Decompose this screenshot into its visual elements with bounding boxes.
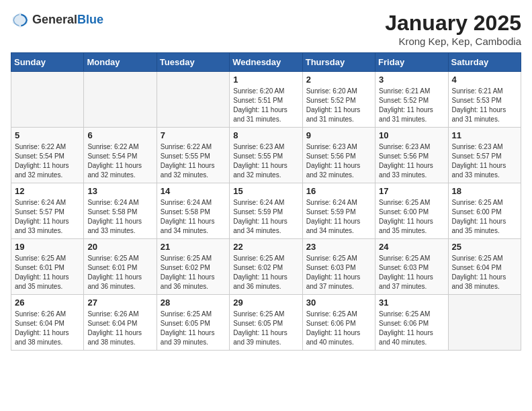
calendar-cell: 22Sunrise: 6:25 AM Sunset: 6:02 PM Dayli… <box>230 239 302 295</box>
calendar-week-row: 12Sunrise: 6:24 AM Sunset: 5:57 PM Dayli… <box>11 183 521 239</box>
day-number: 19 <box>15 242 80 252</box>
day-info: Sunrise: 6:25 AM Sunset: 6:00 PM Dayligh… <box>452 198 517 236</box>
day-number: 31 <box>379 298 444 308</box>
day-number: 3 <box>379 75 444 85</box>
day-info: Sunrise: 6:25 AM Sunset: 6:04 PM Dayligh… <box>452 254 517 291</box>
day-info: Sunrise: 6:23 AM Sunset: 5:56 PM Dayligh… <box>306 142 371 180</box>
day-number: 15 <box>233 186 298 196</box>
day-info: Sunrise: 6:20 AM Sunset: 5:52 PM Dayligh… <box>306 87 371 124</box>
svg-marker-0 <box>13 13 28 28</box>
day-number: 4 <box>452 75 517 85</box>
day-info: Sunrise: 6:24 AM Sunset: 5:59 PM Dayligh… <box>233 198 298 236</box>
day-info: Sunrise: 6:21 AM Sunset: 5:53 PM Dayligh… <box>452 87 517 124</box>
day-number: 27 <box>87 298 152 308</box>
weekday-header: Saturday <box>448 53 521 72</box>
day-info: Sunrise: 6:25 AM Sunset: 6:03 PM Dayligh… <box>306 254 371 291</box>
day-info: Sunrise: 6:24 AM Sunset: 5:59 PM Dayligh… <box>306 198 371 236</box>
weekday-header: Thursday <box>302 53 375 72</box>
weekday-header: Monday <box>84 53 157 72</box>
calendar-week-row: 26Sunrise: 6:26 AM Sunset: 6:04 PM Dayli… <box>11 295 521 351</box>
day-info: Sunrise: 6:25 AM Sunset: 6:01 PM Dayligh… <box>87 254 152 291</box>
day-number: 16 <box>306 186 371 196</box>
day-info: Sunrise: 6:25 AM Sunset: 6:03 PM Dayligh… <box>379 254 444 291</box>
calendar-cell: 6Sunrise: 6:22 AM Sunset: 5:54 PM Daylig… <box>84 128 157 183</box>
day-info: Sunrise: 6:25 AM Sunset: 6:06 PM Dayligh… <box>379 310 444 347</box>
day-info: Sunrise: 6:22 AM Sunset: 5:54 PM Dayligh… <box>15 142 80 180</box>
logo-general: General <box>32 13 77 27</box>
weekday-header: Friday <box>375 53 448 72</box>
calendar-cell: 31Sunrise: 6:25 AM Sunset: 6:06 PM Dayli… <box>375 295 448 351</box>
day-number: 22 <box>233 242 298 252</box>
day-number: 6 <box>87 130 152 140</box>
calendar-cell: 11Sunrise: 6:23 AM Sunset: 5:57 PM Dayli… <box>448 128 521 183</box>
calendar-cell: 21Sunrise: 6:25 AM Sunset: 6:02 PM Dayli… <box>157 239 229 295</box>
day-number: 9 <box>306 130 371 140</box>
weekday-header: Sunday <box>11 53 84 72</box>
calendar-cell: 2Sunrise: 6:20 AM Sunset: 5:52 PM Daylig… <box>302 72 375 128</box>
calendar-cell: 25Sunrise: 6:25 AM Sunset: 6:04 PM Dayli… <box>448 239 521 295</box>
calendar-cell: 3Sunrise: 6:21 AM Sunset: 5:52 PM Daylig… <box>375 72 448 128</box>
day-number: 29 <box>233 298 298 308</box>
calendar-cell: 10Sunrise: 6:23 AM Sunset: 5:56 PM Dayli… <box>375 128 448 183</box>
day-info: Sunrise: 6:23 AM Sunset: 5:57 PM Dayligh… <box>452 142 517 180</box>
day-number: 5 <box>15 130 80 140</box>
logo-blue: Blue <box>77 13 103 27</box>
day-number: 30 <box>306 298 371 308</box>
day-number: 11 <box>452 130 517 140</box>
day-number: 28 <box>161 298 226 308</box>
logo: General Blue <box>11 11 103 30</box>
calendar-cell: 20Sunrise: 6:25 AM Sunset: 6:01 PM Dayli… <box>84 239 157 295</box>
day-number: 7 <box>161 130 226 140</box>
calendar-week-row: 1Sunrise: 6:20 AM Sunset: 5:51 PM Daylig… <box>11 72 521 128</box>
logo-icon <box>11 11 30 30</box>
calendar-cell: 26Sunrise: 6:26 AM Sunset: 6:04 PM Dayli… <box>11 295 84 351</box>
day-info: Sunrise: 6:26 AM Sunset: 6:04 PM Dayligh… <box>15 310 80 347</box>
calendar: SundayMondayTuesdayWednesdayThursdayFrid… <box>11 52 521 351</box>
calendar-cell: 19Sunrise: 6:25 AM Sunset: 6:01 PM Dayli… <box>11 239 84 295</box>
calendar-cell: 12Sunrise: 6:24 AM Sunset: 5:57 PM Dayli… <box>11 183 84 239</box>
day-info: Sunrise: 6:22 AM Sunset: 5:55 PM Dayligh… <box>161 142 226 180</box>
calendar-week-row: 5Sunrise: 6:22 AM Sunset: 5:54 PM Daylig… <box>11 128 521 183</box>
day-number: 14 <box>161 186 226 196</box>
calendar-cell: 16Sunrise: 6:24 AM Sunset: 5:59 PM Dayli… <box>302 183 375 239</box>
day-info: Sunrise: 6:23 AM Sunset: 5:55 PM Dayligh… <box>233 142 298 180</box>
calendar-cell: 27Sunrise: 6:26 AM Sunset: 6:04 PM Dayli… <box>84 295 157 351</box>
day-number: 2 <box>306 75 371 85</box>
day-number: 17 <box>379 186 444 196</box>
calendar-cell: 23Sunrise: 6:25 AM Sunset: 6:03 PM Dayli… <box>302 239 375 295</box>
day-number: 25 <box>452 242 517 252</box>
day-number: 26 <box>15 298 80 308</box>
day-number: 23 <box>306 242 371 252</box>
day-info: Sunrise: 6:25 AM Sunset: 6:02 PM Dayligh… <box>233 254 298 291</box>
day-info: Sunrise: 6:25 AM Sunset: 6:00 PM Dayligh… <box>379 198 444 236</box>
day-info: Sunrise: 6:23 AM Sunset: 5:56 PM Dayligh… <box>379 142 444 180</box>
calendar-week-row: 19Sunrise: 6:25 AM Sunset: 6:01 PM Dayli… <box>11 239 521 295</box>
day-number: 1 <box>233 75 298 85</box>
weekday-header-row: SundayMondayTuesdayWednesdayThursdayFrid… <box>11 53 521 72</box>
calendar-cell: 18Sunrise: 6:25 AM Sunset: 6:00 PM Dayli… <box>448 183 521 239</box>
calendar-cell: 13Sunrise: 6:24 AM Sunset: 5:58 PM Dayli… <box>84 183 157 239</box>
logo-text: General Blue <box>32 13 103 27</box>
calendar-cell <box>157 72 229 128</box>
day-info: Sunrise: 6:21 AM Sunset: 5:52 PM Dayligh… <box>379 87 444 124</box>
day-info: Sunrise: 6:25 AM Sunset: 6:06 PM Dayligh… <box>306 310 371 347</box>
page-header: General Blue January 2025 Krong Kep, Kep… <box>11 11 521 47</box>
day-number: 12 <box>15 186 80 196</box>
calendar-cell: 30Sunrise: 6:25 AM Sunset: 6:06 PM Dayli… <box>302 295 375 351</box>
title-block: January 2025 Krong Kep, Kep, Cambodia <box>385 11 521 47</box>
day-info: Sunrise: 6:25 AM Sunset: 6:01 PM Dayligh… <box>15 254 80 291</box>
day-info: Sunrise: 6:24 AM Sunset: 5:58 PM Dayligh… <box>161 198 226 236</box>
day-number: 10 <box>379 130 444 140</box>
day-info: Sunrise: 6:26 AM Sunset: 6:04 PM Dayligh… <box>87 310 152 347</box>
calendar-cell: 7Sunrise: 6:22 AM Sunset: 5:55 PM Daylig… <box>157 128 229 183</box>
weekday-header: Wednesday <box>230 53 302 72</box>
calendar-cell <box>84 72 157 128</box>
day-info: Sunrise: 6:24 AM Sunset: 5:57 PM Dayligh… <box>15 198 80 236</box>
month-title: January 2025 <box>385 11 521 36</box>
calendar-cell: 9Sunrise: 6:23 AM Sunset: 5:56 PM Daylig… <box>302 128 375 183</box>
day-number: 24 <box>379 242 444 252</box>
day-info: Sunrise: 6:25 AM Sunset: 6:05 PM Dayligh… <box>161 310 226 347</box>
calendar-cell: 1Sunrise: 6:20 AM Sunset: 5:51 PM Daylig… <box>230 72 302 128</box>
calendar-cell: 5Sunrise: 6:22 AM Sunset: 5:54 PM Daylig… <box>11 128 84 183</box>
calendar-cell <box>448 295 521 351</box>
